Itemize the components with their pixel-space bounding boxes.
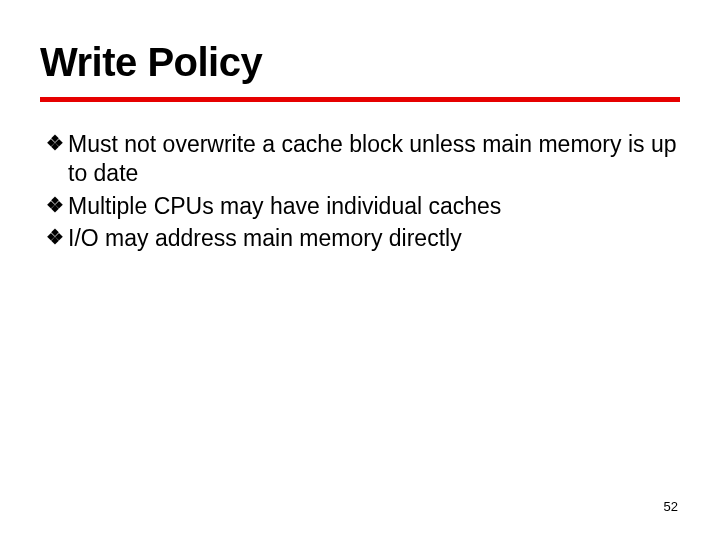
slide: Write Policy ❖ Must not overwrite a cach…: [0, 0, 720, 540]
list-item: ❖ Multiple CPUs may have individual cach…: [46, 192, 680, 221]
bullet-list: ❖ Must not overwrite a cache block unles…: [40, 130, 680, 253]
dingbat-icon: ❖: [46, 224, 68, 250]
dingbat-icon: ❖: [46, 130, 68, 156]
bullet-text: I/O may address main memory directly: [68, 224, 680, 253]
title-underline: [40, 97, 680, 102]
list-item: ❖ Must not overwrite a cache block unles…: [46, 130, 680, 188]
page-number: 52: [664, 499, 678, 514]
bullet-text: Multiple CPUs may have individual caches: [68, 192, 680, 221]
list-item: ❖ I/O may address main memory directly: [46, 224, 680, 253]
bullet-text: Must not overwrite a cache block unless …: [68, 130, 680, 188]
dingbat-icon: ❖: [46, 192, 68, 218]
slide-title: Write Policy: [40, 40, 680, 85]
